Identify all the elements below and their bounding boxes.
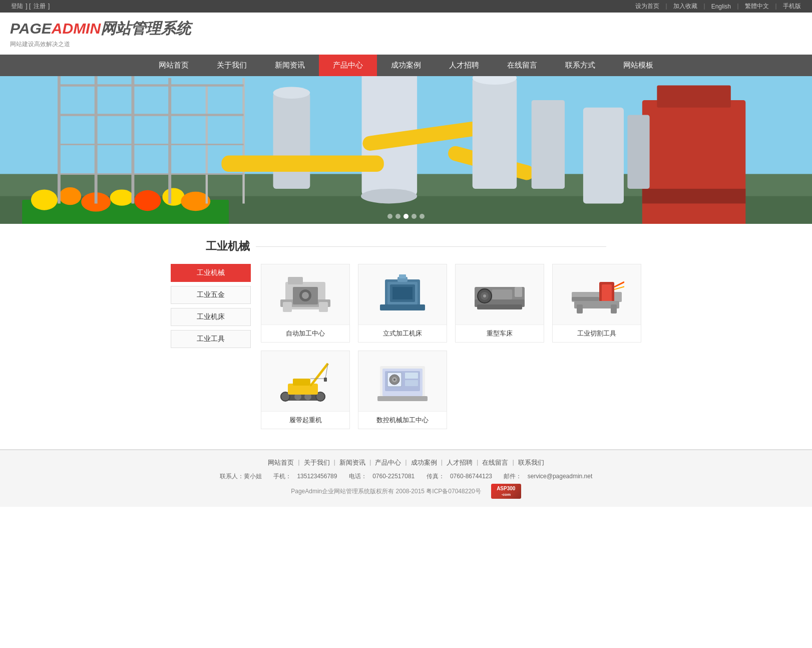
svg-rect-75 [293,379,310,386]
svg-rect-38 [288,277,303,284]
product-crawler-crane[interactable]: 履带起重机 [261,351,350,429]
product-cnc-machining-center[interactable]: 数控机械加工中心 [358,351,447,429]
svg-rect-30 [657,85,730,107]
svg-rect-48 [392,287,413,299]
hero-image [0,76,812,224]
footer-link-jobs[interactable]: 人才招聘 [443,458,477,467]
nav-message[interactable]: 在线留言 [493,55,551,76]
dot-5[interactable] [420,214,425,219]
nav-template[interactable]: 网站模板 [609,55,667,76]
svg-rect-29 [642,100,745,224]
svg-point-13 [361,189,417,203]
svg-point-56 [483,294,486,297]
sidebar-item-industrial-hardware[interactable]: 工业五金 [171,286,251,304]
sidebar-item-industrial-tools[interactable]: 工业工具 [171,330,251,348]
svg-rect-80 [324,378,327,382]
nav-products[interactable]: 产品中心 [319,55,377,76]
product-industrial-cutting[interactable]: 工业切割工具 [552,264,641,343]
svg-point-8 [134,190,161,211]
sidebar-item-industrial-lathe[interactable]: 工业机床 [171,308,251,326]
svg-point-89 [393,379,395,381]
nav-about[interactable]: 关于我们 [203,55,261,76]
content-layout: 工业机械 工业五金 工业机床 工业工具 [156,264,656,429]
top-bar-sep2: ] [48,3,50,10]
footer-link-cases[interactable]: 成功案例 [407,458,441,467]
main-area: 工业机械 工业机械 工业五金 工业机床 工业工具 [0,224,812,449]
product-svg-1 [278,272,333,317]
svg-point-15 [273,87,310,99]
badge-300[interactable]: ASP300·com [491,484,521,499]
nav-jobs[interactable]: 人才招聘 [435,55,493,76]
svg-rect-67 [577,304,583,313]
register-link[interactable]: 注册 [34,3,46,10]
logo-area: PAGEADMIN网站管理系统 网站建设高效解决之道 [0,13,812,55]
svg-rect-26 [221,156,383,172]
nav-home[interactable]: 网站首页 [145,55,203,76]
footer-link-products[interactable]: 产品中心 [371,458,405,467]
hero-svg [0,76,812,224]
product-name-2: 立式加工机床 [358,325,447,342]
product-img-4 [553,264,641,325]
svg-rect-57 [492,289,512,299]
product-name-3: 重型车床 [456,325,544,342]
logo-sub: 网站建设高效解决之道 [10,40,191,49]
nav-cases[interactable]: 成功案例 [377,55,435,76]
logo-cn: 网站管理系统 [101,20,191,37]
product-svg-5 [278,359,333,404]
top-bar: 登陆 ] [ 注册 ] 设为首页 ｜ 加入收藏 ｜ English ｜ 繁體中文… [0,0,812,13]
main-nav: 网站首页 关于我们 新闻资讯 产品中心 成功案例 人才招聘 在线留言 联系方式 … [0,55,812,76]
footer-nav: 网站首页 | 关于我们 | 新闻资讯 | 产品中心 | 成功案例 | 人才招聘 … [10,458,802,467]
svg-rect-85 [405,373,418,379]
footer: 网站首页 | 关于我们 | 新闻资讯 | 产品中心 | 成功案例 | 人才招聘 … [0,449,812,507]
footer-tel-label: 电话： [343,473,367,480]
svg-rect-59 [477,304,522,309]
sidebar-item-industrial-machinery[interactable]: 工业机械 [171,264,251,282]
dot-3[interactable] [403,214,409,219]
svg-rect-68 [611,304,617,313]
top-bar-login[interactable]: 登陆 ] [ 注册 ] [10,2,50,11]
footer-fax: 0760-86744123 [450,473,492,480]
logo[interactable]: PAGEADMIN网站管理系统 网站建设高效解决之道 [10,19,191,49]
nav-contact[interactable]: 联系方式 [551,55,609,76]
footer-person: 联系人：黄小姐 [220,473,262,480]
product-svg-3 [472,272,527,317]
svg-rect-35 [583,108,624,204]
products-grid: 自动加工中心 [261,264,641,429]
logo-page: PAGE [10,20,52,37]
sep4: ｜ [701,2,707,11]
product-heavy-lathe[interactable]: 重型车床 [455,264,544,343]
product-name-4: 工业切割工具 [553,325,641,342]
svg-rect-34 [532,100,565,189]
dot-1[interactable] [387,214,392,219]
dot-4[interactable] [412,214,417,219]
nav-news[interactable]: 新闻资讯 [261,55,319,76]
bookmark-link[interactable]: 加入收藏 [673,2,697,11]
footer-link-home[interactable]: 网站首页 [264,458,298,467]
footer-link-news[interactable]: 新闻资讯 [335,458,369,467]
product-img-5 [261,351,349,411]
trad-chinese-link[interactable]: 繁體中文 [745,2,769,11]
svg-rect-86 [405,380,418,386]
section-title: 工业机械 [206,239,250,254]
english-link[interactable]: English [711,3,731,10]
svg-rect-58 [515,287,522,297]
footer-phone: 135123456789 [297,473,337,480]
product-img-3 [456,264,544,325]
product-auto-machining-center[interactable]: 自动加工中心 [261,264,350,343]
dot-2[interactable] [395,214,400,219]
footer-link-message[interactable]: 在线留言 [478,458,512,467]
svg-rect-43 [283,302,292,312]
set-home-link[interactable]: 设为首页 [635,2,659,11]
footer-bottom: PageAdmin企业网站管理系统版权所有 2008-2015 粤ICP备070… [10,484,802,499]
login-link[interactable]: 登陆 [11,3,23,10]
footer-fax-label: 传真： [421,473,445,480]
footer-link-contact[interactable]: 联系我们 [514,458,548,467]
footer-contact: 联系人：黄小姐 手机： 135123456789 电话： 0760-225170… [10,472,802,481]
mobile-link[interactable]: 手机版 [783,2,801,11]
top-bar-sep1: ] [ [26,3,31,10]
product-vertical-machining[interactable]: 立式加工机床 [358,264,447,343]
footer-link-about[interactable]: 关于我们 [300,458,334,467]
logo-admin: ADMIN [52,20,101,37]
product-svg-6 [375,359,430,404]
svg-point-7 [110,189,134,205]
